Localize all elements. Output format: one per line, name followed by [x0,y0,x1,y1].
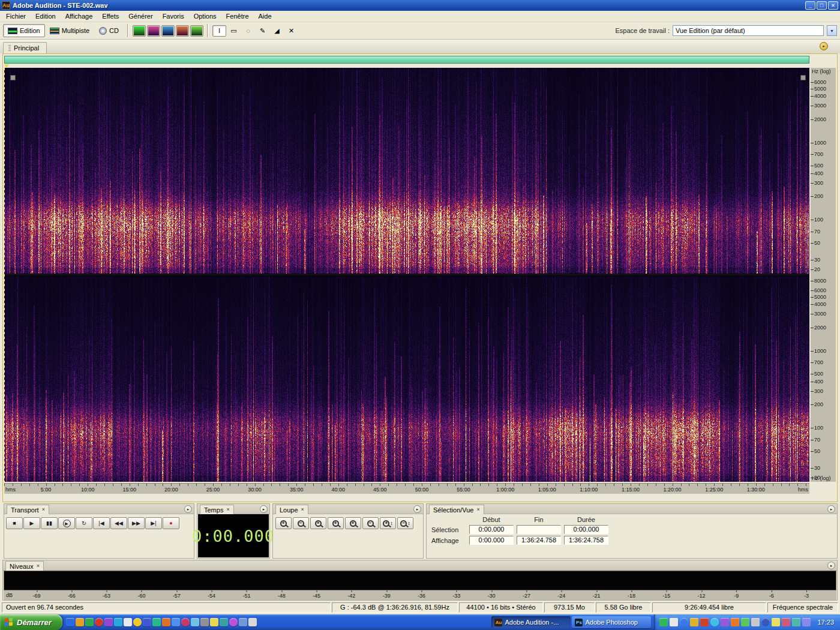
rewind-button[interactable]: ◀◀ [110,517,127,529]
level-meter[interactable] [4,571,836,590]
tray-icon-6[interactable] [710,618,719,626]
stop-button[interactable]: ■ [6,517,23,529]
play-button[interactable]: ▶ [23,517,40,529]
tray-icon-11[interactable] [761,618,770,626]
quick-launch-icon-12[interactable] [172,618,180,626]
tray-icon-7[interactable] [721,618,729,626]
tray-icon-15[interactable] [802,618,811,626]
zoom-out-horizontal-button[interactable]: − [293,517,309,529]
quick-launch-icon-15[interactable] [200,618,209,626]
quick-launch-icon-9[interactable] [143,618,151,626]
menu-item[interactable]: Options [189,11,221,21]
spectrogram-left-channel[interactable] [4,68,809,274]
menu-item[interactable]: Effets [97,11,124,21]
tab-close-icon[interactable]: × [301,507,304,512]
menu-item[interactable]: Générer [124,11,157,21]
tray-icon-12[interactable] [772,618,780,626]
panel-menu-button[interactable]: ▸ [827,505,835,513]
play-from-cursor-button[interactable]: ▶ [58,517,75,529]
tray-icon-1[interactable] [659,618,668,626]
quick-launch-icon-17[interactable] [220,618,228,626]
quick-launch-icon-4[interactable] [95,618,103,626]
panel-group-menu-button[interactable]: ▸ [820,42,828,50]
tab-close-icon[interactable]: × [476,507,479,512]
end-time-field[interactable]: 1:36:24.758 [517,536,561,545]
spectrogram-right-channel[interactable] [4,276,809,482]
tray-icon-5[interactable] [700,618,709,626]
pause-button[interactable]: ▮▮ [41,517,58,529]
tab-principal[interactable]: Principal [3,42,47,54]
lasso-selection-tool[interactable]: ◌ [241,25,255,37]
spectral-frequency-display-button[interactable] [147,25,160,37]
tab-niveaux[interactable]: Niveaux × [5,561,44,571]
marquee-selection-tool[interactable]: ▭ [227,25,241,37]
quick-launch-icon-3[interactable] [85,618,94,626]
spectral-phase-display-button[interactable] [176,25,189,37]
maximize-button[interactable]: □ [817,1,827,10]
quick-launch-icon-7[interactable] [124,618,132,626]
spectral-controls-button[interactable] [190,25,203,37]
tray-icon-8[interactable] [731,618,739,626]
quick-launch-icon-13[interactable] [181,618,190,626]
display-corner-badge[interactable] [800,75,806,80]
quick-launch-icon-2[interactable] [76,618,84,626]
time-selection-tool[interactable]: I [212,25,226,37]
quick-launch-icon-20[interactable] [248,618,257,626]
menu-item[interactable]: Fichier [1,11,31,21]
close-button[interactable]: × [828,1,838,10]
menu-item[interactable]: Affichage [61,11,98,21]
mute-tool[interactable]: ✕ [284,25,298,37]
menu-item[interactable]: Favoris [158,11,189,21]
edit-view-button[interactable]: Edition [3,24,45,37]
tab-close-icon[interactable]: × [42,507,45,512]
zoom-in-vertical-button[interactable]: + ↕ [380,517,396,529]
quick-launch-icon-5[interactable] [104,618,113,626]
tray-icon-13[interactable] [782,618,790,626]
tray-icon-4[interactable] [690,618,698,626]
zoom-out-vertical-button[interactable]: − ↕ [397,517,413,529]
duration-field[interactable]: 0:00.000 [564,525,608,534]
tray-icon-14[interactable] [792,618,800,626]
tab-transport[interactable]: Transport × [7,505,49,514]
scrub-tool[interactable]: ◢ [270,25,284,37]
panel-menu-button[interactable]: ▸ [184,505,192,513]
loop-play-button[interactable]: ↻ [76,517,92,529]
overview-navigation-bar[interactable] [4,56,809,64]
tray-icon-9[interactable] [741,618,749,626]
quick-launch-icon-6[interactable] [114,618,122,626]
minimize-button[interactable]: _ [805,1,815,10]
zoom-in-horizontal-button[interactable]: + [275,517,292,529]
tab-close-icon[interactable]: × [226,507,229,512]
tab-selection-vue[interactable]: Sélection/Vue × [429,505,484,514]
quick-launch-icon-10[interactable] [152,618,161,626]
quick-launch-icon-1[interactable] [66,618,74,626]
tab-loupe[interactable]: Loupe × [275,505,308,514]
taskbar-clock[interactable]: 17:23 [817,619,834,626]
tab-temps[interactable]: Temps × [200,505,234,514]
cd-view-button[interactable]: CD [94,24,124,37]
go-to-start-button[interactable]: |◀ [93,517,110,529]
quick-launch-icon-11[interactable] [162,618,170,626]
panel-menu-button[interactable]: ▸ [827,562,835,569]
panel-menu-button[interactable]: ▸ [260,505,268,513]
waveform-display-button[interactable] [133,25,146,37]
quick-launch-icon-16[interactable] [210,618,218,626]
task-adobe-audition[interactable]: Au Adobe Audition -... [491,616,571,628]
start-time-field[interactable]: 0:00.000 [469,525,514,534]
display-corner-badge[interactable] [10,75,16,80]
spectral-pan-display-button[interactable] [161,25,175,37]
zoom-full-button[interactable]: − [362,517,379,529]
fast-forward-button[interactable]: ▶▶ [128,517,145,529]
menu-item[interactable]: Aide [254,11,277,21]
quick-launch-icon-8[interactable] [133,618,142,626]
pencil-tool[interactable]: ✎ [256,25,269,37]
panel-menu-button[interactable]: ▸ [413,505,421,513]
tray-icon-2[interactable] [670,618,678,626]
start-time-field[interactable]: 0:00.000 [469,536,514,545]
time-ruler[interactable]: hms5:0010:0015:0020:0025:0030:0035:0040:… [4,483,809,494]
task-adobe-photoshop[interactable]: Ps Adobe Photoshop [572,616,651,628]
tab-close-icon[interactable]: × [37,563,40,569]
end-time-field[interactable] [517,525,561,534]
quick-launch-icon-19[interactable] [239,618,247,626]
quick-launch-icon-14[interactable] [191,618,199,626]
